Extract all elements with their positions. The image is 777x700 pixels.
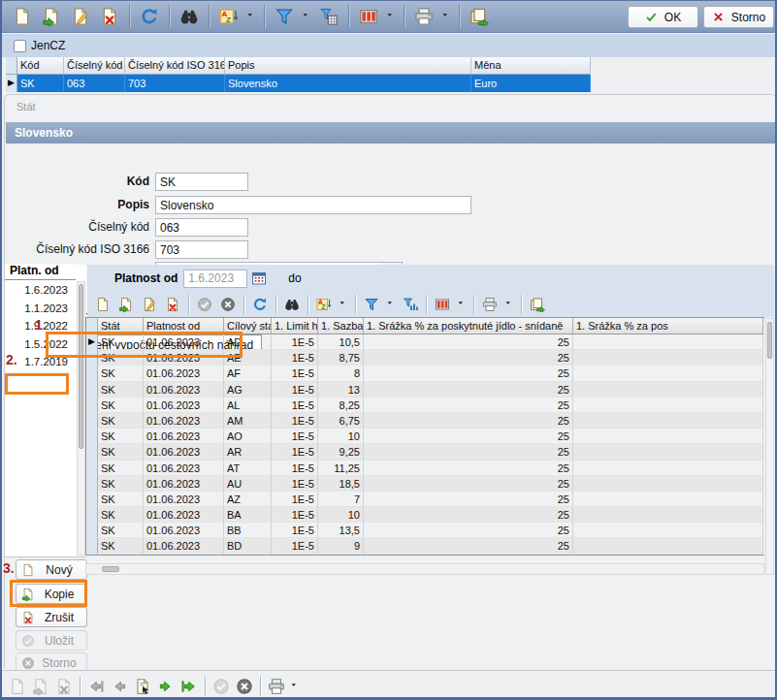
- cell[interactable]: 01.06.2023: [144, 334, 224, 350]
- cell[interactable]: 01.06.2023: [144, 538, 224, 554]
- cell[interactable]: 1E-5: [272, 398, 318, 413]
- cell[interactable]: AU: [224, 476, 272, 492]
- search-icon[interactable]: [282, 295, 302, 314]
- ok-button[interactable]: OK: [628, 6, 698, 28]
- table-row[interactable]: SK01.06.2023AF1E-5825: [86, 366, 764, 381]
- cell[interactable]: [573, 382, 763, 398]
- rates-grid-vscrollbar[interactable]: [765, 318, 774, 575]
- caret-icon[interactable]: [338, 295, 349, 314]
- cell[interactable]: 1E-5: [272, 366, 318, 381]
- cell[interactable]: SK: [98, 538, 144, 554]
- table-row[interactable]: SK01.06.2023AM1E-56,7525: [86, 413, 764, 429]
- cell[interactable]: 1E-5: [272, 413, 318, 429]
- filter-chart-icon[interactable]: [401, 295, 420, 314]
- cell[interactable]: Slovensko: [225, 75, 471, 92]
- cell[interactable]: 01.06.2023: [144, 492, 224, 507]
- cell[interactable]: 1E-5: [272, 334, 318, 350]
- cell[interactable]: AZ: [224, 492, 272, 507]
- cell[interactable]: 25: [364, 523, 573, 538]
- cell[interactable]: 1E-5: [272, 444, 318, 460]
- cell[interactable]: 01.06.2023: [144, 366, 224, 381]
- cell[interactable]: 01.06.2023: [144, 382, 224, 398]
- zruit-button[interactable]: Zrušit: [16, 607, 87, 627]
- storno-button[interactable]: Storno: [703, 6, 774, 28]
- cell[interactable]: 1E-5: [272, 350, 318, 366]
- cell[interactable]: [573, 413, 763, 429]
- copy-doc-icon[interactable]: [39, 4, 64, 29]
- cell[interactable]: Euro: [471, 75, 591, 92]
- cell[interactable]: 13: [318, 382, 364, 398]
- column-header[interactable]: Stát: [98, 318, 144, 334]
- cell[interactable]: 9: [318, 538, 364, 554]
- cell[interactable]: 01.06.2023: [144, 444, 224, 460]
- date-list-item[interactable]: 1.5.2022: [5, 335, 76, 353]
- caret-icon[interactable]: [385, 4, 397, 29]
- cell[interactable]: BA: [224, 507, 272, 523]
- cell[interactable]: [573, 523, 763, 538]
- record-icon[interactable]: [132, 676, 153, 697]
- cell[interactable]: 1E-5: [272, 523, 318, 538]
- sort-az-icon[interactable]: AZ: [216, 4, 242, 29]
- cell[interactable]: 10: [318, 429, 364, 444]
- column-header[interactable]: 1. Limit hodin: [272, 318, 318, 334]
- cell[interactable]: AF: [224, 366, 272, 381]
- cell[interactable]: AE: [224, 350, 272, 366]
- cell[interactable]: AM: [224, 413, 272, 429]
- filter-icon[interactable]: [272, 4, 297, 29]
- copy-doc-icon[interactable]: [19, 586, 37, 603]
- cell[interactable]: AR: [224, 444, 272, 460]
- platnost-od-input[interactable]: [183, 270, 247, 288]
- delete-doc-icon[interactable]: [19, 609, 37, 626]
- date-list-item[interactable]: 1.1.2023: [5, 300, 76, 317]
- column-header[interactable]: 1. Srážka % za pos: [573, 318, 763, 334]
- cell[interactable]: SK: [98, 334, 144, 350]
- cell[interactable]: 1E-5: [272, 429, 318, 444]
- copy-doc-icon[interactable]: [116, 295, 136, 314]
- cell[interactable]: [573, 476, 763, 492]
- cell[interactable]: 01.06.2023: [144, 398, 224, 413]
- cell[interactable]: 1E-5: [272, 382, 318, 398]
- table-row[interactable]: SK01.06.2023AO1E-51025: [86, 429, 764, 444]
- column-header[interactable]: Cílový stat: [224, 318, 272, 334]
- cell[interactable]: 01.06.2023: [144, 413, 224, 429]
- table-row[interactable]: SK01.06.2023BD1E-5925: [86, 538, 764, 554]
- cell[interactable]: AL: [224, 398, 272, 413]
- cell[interactable]: SK: [98, 444, 144, 460]
- print-icon[interactable]: [480, 295, 500, 314]
- table-row[interactable]: SK01.06.2023AG1E-51325: [86, 382, 764, 398]
- cell[interactable]: 25: [364, 398, 573, 413]
- sort-az-icon[interactable]: AZ: [314, 295, 334, 314]
- table-row[interactable]: SK01.06.2023BA1E-51025: [86, 507, 764, 523]
- kod-input[interactable]: [155, 173, 248, 191]
- cell[interactable]: SK: [98, 366, 144, 381]
- cell[interactable]: 25: [364, 366, 573, 381]
- cell[interactable]: 25: [364, 476, 573, 492]
- cell[interactable]: [573, 398, 763, 413]
- cell[interactable]: BD: [224, 538, 272, 554]
- cell[interactable]: [573, 334, 763, 350]
- cancel-x-icon[interactable]: [218, 295, 238, 314]
- table-row[interactable]: SK01.06.2023AE1E-58,7525: [86, 350, 764, 366]
- cell[interactable]: 1E-5: [272, 476, 318, 492]
- column-header[interactable]: Číselný kód: [64, 57, 125, 75]
- cell[interactable]: AT: [224, 461, 272, 476]
- cell[interactable]: 1E-5: [272, 492, 318, 507]
- new-doc-icon[interactable]: [93, 295, 113, 314]
- cell[interactable]: 25: [364, 350, 573, 366]
- caret-icon[interactable]: [385, 295, 397, 314]
- dates-scrollbar[interactable]: [77, 281, 85, 556]
- caret-icon[interactable]: [245, 4, 257, 29]
- caret-icon[interactable]: [456, 295, 468, 314]
- cell[interactable]: 25: [364, 413, 573, 429]
- cell[interactable]: 13,5: [318, 523, 364, 538]
- export-icon[interactable]: [467, 4, 492, 29]
- cell[interactable]: 25: [364, 507, 573, 523]
- cell[interactable]: 25: [364, 429, 573, 444]
- edit-doc-icon[interactable]: [68, 4, 93, 29]
- iso-kod-input[interactable]: [155, 240, 248, 259]
- cell[interactable]: [573, 461, 763, 476]
- cell[interactable]: 703: [125, 75, 225, 92]
- cell[interactable]: [573, 538, 763, 554]
- caret-icon[interactable]: [289, 676, 301, 697]
- columns-icon[interactable]: [356, 4, 381, 29]
